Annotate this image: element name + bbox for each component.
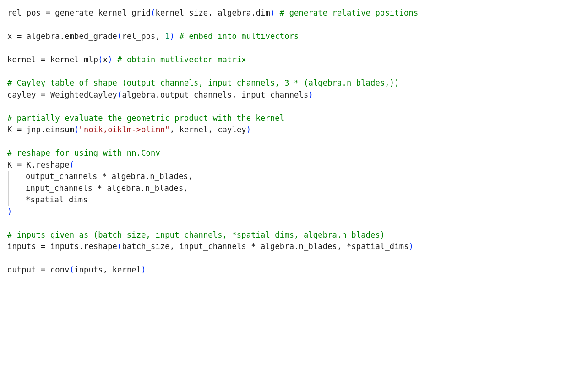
code-token: ) [409, 242, 414, 251]
code-line: x = algebra.embed_grade(rel_pos, 1) # em… [7, 31, 581, 43]
code-token: * [251, 242, 256, 251]
code-token: kernel_size, algebra.dim [156, 8, 270, 17]
code-token: # obtain mutlivector matrix [117, 55, 246, 64]
code-token: inputs [7, 242, 41, 251]
code-token: , kernel, cayley [170, 125, 246, 134]
code-line [7, 66, 581, 78]
code-token: ( [117, 242, 122, 251]
code-token: batch_size, input_channels [122, 242, 251, 251]
code-line: K = K.reshape( [7, 159, 581, 171]
code-line [7, 253, 581, 265]
code-token: algebra,output_channels, input_channels [122, 90, 308, 99]
code-token: ) [141, 265, 146, 274]
code-line: # partially evaluate the geometric produ… [7, 113, 581, 125]
code-token: = [17, 32, 22, 41]
code-token [275, 8, 279, 17]
code-token: # inputs given as (batch_size, input_cha… [7, 230, 385, 239]
code-token: output_channels [26, 172, 102, 181]
code-token: 1 [165, 32, 169, 41]
code-token: algebra.n_blades, [256, 242, 347, 251]
code-token: ( [70, 160, 74, 169]
code-token: ( [117, 32, 122, 41]
code-line: inputs = inputs.reshape(batch_size, inpu… [7, 241, 581, 253]
code-line [7, 217, 581, 229]
code-token: kernel [7, 55, 41, 64]
code-token: # embed into multivectors [180, 32, 299, 41]
code-token: ( [70, 265, 74, 274]
code-token: = [45, 8, 50, 17]
code-token: ( [98, 55, 103, 64]
code-token: * [102, 172, 107, 181]
code-token: conv [45, 265, 69, 274]
code-token: inputs, kernel [74, 265, 141, 274]
code-token: ( [74, 125, 79, 134]
code-token: ( [151, 8, 155, 17]
code-token: cayley [7, 90, 41, 99]
code-line: kernel = kernel_mlp(x) # obtain mutlivec… [7, 54, 581, 66]
code-token: ) [7, 207, 12, 216]
code-token: ) [308, 90, 313, 99]
indent-guide: output_channels * algebra.n_blades, [8, 171, 193, 183]
code-token [113, 55, 117, 64]
code-token: input_channels [26, 184, 98, 193]
code-token: output [7, 265, 41, 274]
code-token [174, 32, 179, 41]
code-token: = [41, 90, 45, 99]
code-token: # generate relative positions [280, 8, 419, 17]
code-token: * [26, 195, 30, 204]
code-line: K = jnp.einsum("noik,oiklm->olimn", kern… [7, 124, 581, 136]
code-token: rel_pos, [122, 32, 165, 41]
code-token: "noik,oiklm->olimn" [79, 125, 170, 134]
code-line [7, 101, 581, 113]
code-line: ) [7, 206, 581, 218]
indent-guide: input_channels * algebra.n_blades, [8, 183, 188, 195]
code-line: input_channels * algebra.n_blades, [7, 183, 581, 195]
code-line: # reshape for using with nn.Conv [7, 147, 581, 159]
code-line [7, 19, 581, 31]
code-token: = [41, 265, 45, 274]
code-line: output_channels * algebra.n_blades, [7, 171, 581, 183]
code-token: = [17, 125, 22, 134]
code-token: ) [270, 8, 275, 17]
code-line: # inputs given as (batch_size, input_cha… [7, 229, 581, 241]
code-token: ) [108, 55, 112, 64]
code-line: *spatial_dims [7, 194, 581, 206]
code-token: algebra.n_blades, [102, 184, 188, 193]
code-token: # partially evaluate the geometric produ… [7, 114, 284, 123]
code-line: rel_pos = generate_kernel_grid(kernel_si… [7, 7, 581, 19]
code-token: K.reshape [22, 160, 69, 169]
code-token: rel_pos [7, 8, 45, 17]
code-token: jnp.einsum [22, 125, 74, 134]
code-token: algebra.embed_grade [22, 32, 117, 41]
code-token: x [103, 55, 108, 64]
code-token: inputs.reshape [45, 242, 117, 251]
code-token: K [7, 125, 17, 134]
code-token: = [41, 55, 45, 64]
code-token: # reshape for using with nn.Conv [7, 148, 160, 157]
code-line [7, 136, 581, 148]
code-line: cayley = WeightedCayley(algebra,output_c… [7, 89, 581, 101]
code-token: * [98, 184, 102, 193]
code-token: spatial_dims [30, 195, 87, 204]
code-line [7, 43, 581, 54]
code-token: WeightedCayley [45, 90, 117, 99]
code-token: ( [117, 90, 122, 99]
code-line: # Cayley table of shape (output_channels… [7, 77, 581, 89]
code-token: K [7, 160, 17, 169]
code-token: generate_kernel_grid [50, 8, 151, 17]
indent-guide: *spatial_dims [8, 194, 88, 206]
code-token: algebra.n_blades, [107, 172, 193, 181]
code-token: * [347, 242, 351, 251]
code-line: output = conv(inputs, kernel) [7, 264, 581, 276]
code-token: kernel_mlp [45, 55, 98, 64]
code-token: ) [170, 32, 174, 41]
code-token: ) [246, 125, 251, 134]
code-token: spatial_dims [351, 242, 408, 251]
code-token: # Cayley table of shape (output_channels… [7, 78, 399, 87]
code-token: = [41, 242, 45, 251]
code-block: rel_pos = generate_kernel_grid(kernel_si… [7, 7, 581, 276]
code-token: x [7, 32, 17, 41]
code-token: = [17, 160, 22, 169]
